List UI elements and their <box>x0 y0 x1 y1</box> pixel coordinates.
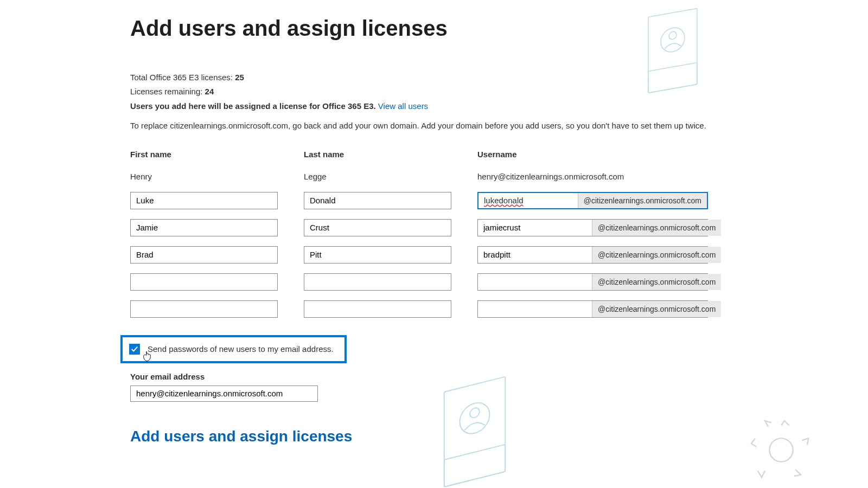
existing-username: henry@citizenlearnings.onmicrosoft.com <box>477 172 708 181</box>
your-email-label: Your email address <box>130 372 868 381</box>
username-field[interactable]: lukedonald@citizenlearnings.onmicrosoft.… <box>477 192 708 209</box>
view-all-users-link[interactable]: View all users <box>378 101 428 111</box>
domain-suffix: @citizenlearnings.onmicrosoft.com <box>592 220 721 236</box>
firstname-input[interactable] <box>130 219 278 236</box>
domain-suffix: @citizenlearnings.onmicrosoft.com <box>592 274 721 290</box>
total-licenses-value: 25 <box>235 73 244 82</box>
username-field[interactable]: @citizenlearnings.onmicrosoft.com <box>477 273 708 291</box>
firstname-input[interactable] <box>130 246 278 264</box>
remaining-licenses-label: Licenses remaining: <box>130 87 205 96</box>
lastname-input[interactable] <box>304 192 451 209</box>
username-input[interactable] <box>478 220 592 236</box>
existing-user-row: Henry Legge henry@citizenlearnings.onmic… <box>130 172 868 181</box>
lastname-input[interactable] <box>304 219 451 236</box>
username-input[interactable] <box>478 247 592 263</box>
column-header-lastname: Last name <box>304 150 451 159</box>
total-licenses-label: Total Office 365 E3 licenses: <box>130 73 235 82</box>
page-title: Add users and assign licenses <box>130 16 868 41</box>
svg-rect-5 <box>444 445 506 487</box>
column-header-username: Username <box>477 150 708 159</box>
username-field[interactable]: @citizenlearnings.onmicrosoft.com <box>477 246 708 264</box>
user-input-row: lukedonald@citizenlearnings.onmicrosoft.… <box>130 192 868 209</box>
username-field[interactable]: @citizenlearnings.onmicrosoft.com <box>477 300 708 318</box>
your-email-input[interactable] <box>130 386 318 402</box>
checkmark-icon <box>131 345 138 353</box>
firstname-input[interactable] <box>130 192 278 209</box>
license-summary: Total Office 365 E3 licenses: 25 License… <box>130 70 868 113</box>
replace-domain-note: To replace citizenlearnings.onmicrosoft.… <box>130 121 868 130</box>
existing-firstname: Henry <box>130 172 278 181</box>
existing-lastname: Legge <box>304 172 451 181</box>
firstname-input[interactable] <box>130 300 278 318</box>
firstname-input[interactable] <box>130 273 278 291</box>
domain-suffix: @citizenlearnings.onmicrosoft.com <box>592 301 721 317</box>
domain-suffix: @citizenlearnings.onmicrosoft.com <box>592 247 721 263</box>
remaining-licenses-value: 24 <box>205 87 214 96</box>
column-header-firstname: First name <box>130 150 278 159</box>
section-title: Add users and assign licenses <box>130 428 868 445</box>
username-field[interactable]: @citizenlearnings.onmicrosoft.com <box>477 219 708 236</box>
domain-suffix: @citizenlearnings.onmicrosoft.com <box>578 193 707 208</box>
username-input[interactable] <box>478 301 592 317</box>
send-passwords-label: Send passwords of new users to my email … <box>148 344 334 354</box>
username-input[interactable] <box>478 274 592 290</box>
send-passwords-highlight: Send passwords of new users to my email … <box>120 335 347 363</box>
user-input-row: @citizenlearnings.onmicrosoft.com <box>130 219 868 236</box>
user-input-row: @citizenlearnings.onmicrosoft.com <box>130 246 868 264</box>
username-value: lukedonald <box>484 196 524 205</box>
user-input-row: @citizenlearnings.onmicrosoft.com <box>130 300 868 318</box>
send-passwords-checkbox[interactable] <box>129 344 140 355</box>
user-input-row: @citizenlearnings.onmicrosoft.com <box>130 273 868 291</box>
lastname-input[interactable] <box>304 300 451 318</box>
assign-note: Users you add here will be assigned a li… <box>130 101 378 111</box>
lastname-input[interactable] <box>304 273 451 291</box>
lastname-input[interactable] <box>304 246 451 264</box>
